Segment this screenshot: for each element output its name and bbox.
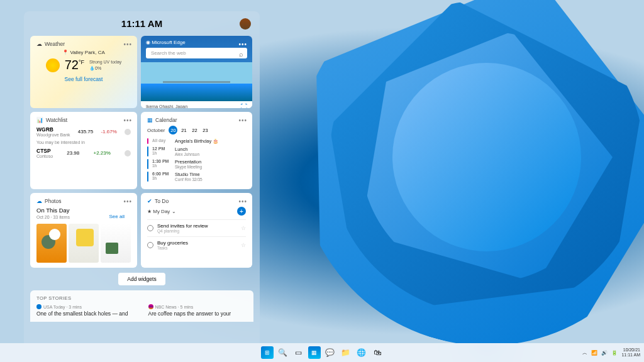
forecast-link[interactable]: See full forecast — [36, 76, 131, 82]
star-icon[interactable]: ☆ — [241, 225, 246, 231]
myday-dropdown[interactable]: ★ My Day ⌄ — [147, 209, 176, 214]
volume-icon[interactable]: 🔊 — [601, 350, 608, 356]
calendar-event[interactable]: 6:00 PM3hStudio TimeConf Rm 32/35 — [147, 172, 246, 182]
more-icon[interactable]: ••• — [238, 198, 247, 205]
star-icon[interactable]: ☆ — [241, 242, 246, 248]
calendar-widget[interactable]: ▦Calendar ••• October 20212223 All dayAn… — [141, 112, 252, 189]
calendar-day[interactable]: 21 — [179, 126, 188, 134]
battery-icon[interactable]: 🔋 — [611, 350, 618, 356]
start-button[interactable]: ⊞ — [261, 346, 274, 359]
todo-icon: ✔ — [147, 198, 152, 204]
stock-row[interactable]: CTSPContoso23.98+2.23% — [36, 148, 131, 158]
watchlist-widget[interactable]: 📊Watchlist ••• WGRBWoodgrove Bank435.75-… — [30, 112, 137, 189]
panel-time: 11:11 AM — [121, 18, 162, 29]
add-task-button[interactable]: + — [237, 207, 246, 216]
more-icon[interactable]: ••• — [238, 117, 247, 124]
temperature: 72°F — [65, 58, 84, 72]
calendar-day[interactable]: 20 — [169, 126, 177, 134]
see-all-link[interactable]: See all — [109, 214, 125, 219]
search-icon[interactable]: 🔍 — [277, 346, 289, 359]
edge-icon: ◉ — [146, 40, 150, 45]
expand-icon[interactable]: ⛶ — [241, 103, 247, 108]
chart-icon: 📊 — [36, 117, 43, 123]
stock-row[interactable]: WGRBWoodgrove Bank435.75-1.67% — [36, 126, 131, 137]
calendar-event[interactable]: 1:30 PM1hPresentationSkype Meeting — [147, 159, 246, 169]
calendar-day[interactable]: 22 — [190, 126, 199, 134]
photos-icon: ☁ — [36, 198, 42, 204]
calendar-day[interactable]: 23 — [201, 126, 209, 134]
add-widgets-button[interactable]: Add widgets — [118, 273, 165, 285]
calendar-event[interactable]: 12 PM1hLunchAlex Johnson — [147, 146, 246, 156]
calendar-event[interactable]: All dayAngela's Birthday 🎂 — [147, 138, 246, 144]
taskbar: ⊞ 🔍 ▭ ▦ 💬 📁 🌐 🛍 ︿ 📶 🔊 🔋 10/20/2111:11 AM — [0, 343, 644, 362]
taskbar-clock[interactable]: 10/20/2111:11 AM — [621, 348, 640, 358]
search-input[interactable]: Search the web — [146, 48, 247, 58]
news-section: TOP STORIES USA Today · 3 minsOne of the… — [30, 290, 253, 322]
tray-chevron-icon[interactable]: ︿ — [582, 349, 587, 356]
task-checkbox[interactable] — [147, 225, 153, 231]
weather-location: 📍 Valley Park, CA — [36, 50, 131, 55]
sun-icon — [46, 58, 60, 72]
todo-task[interactable]: Send invites for reviewQ4 planning☆ — [147, 219, 246, 236]
photos-widget[interactable]: ☁Photos ••• On This Day Oct 20 · 33 item… — [30, 193, 137, 268]
taskview-icon[interactable]: ▭ — [292, 346, 305, 359]
weather-widget[interactable]: ☁Weather ••• 📍 Valley Park, CA 72°F Stro… — [30, 36, 137, 108]
more-icon[interactable]: ••• — [123, 198, 132, 205]
edge-image — [141, 62, 252, 101]
todo-widget[interactable]: ✔To Do ••• ★ My Day ⌄ + Send invites for… — [141, 193, 252, 268]
weather-icon: ☁ — [36, 41, 42, 47]
edge-icon[interactable]: 🌐 — [355, 346, 368, 359]
more-icon[interactable]: ••• — [238, 41, 247, 48]
explorer-icon[interactable]: 📁 — [340, 346, 352, 359]
photo-thumb[interactable] — [36, 224, 67, 263]
widgets-icon[interactable]: ▦ — [308, 346, 321, 359]
chat-icon[interactable]: 💬 — [324, 346, 336, 359]
calendar-icon: ▦ — [147, 117, 153, 123]
task-checkbox[interactable] — [147, 242, 153, 248]
photo-thumb[interactable] — [101, 224, 131, 263]
user-avatar[interactable] — [240, 18, 251, 30]
edge-widget[interactable]: ◉ Microsoft Edge ••• Search the web Ikem… — [141, 36, 252, 108]
more-icon[interactable]: ••• — [123, 117, 132, 124]
store-icon[interactable]: 🛍 — [371, 346, 384, 359]
todo-task[interactable]: Buy groceriesTasks☆ — [147, 236, 246, 253]
news-story[interactable]: NBC News · 5 minsAre coffee naps the ans… — [148, 304, 248, 317]
photo-thumb[interactable] — [69, 224, 99, 263]
news-story[interactable]: USA Today · 3 minsOne of the smallest bl… — [36, 304, 136, 317]
more-icon[interactable]: ••• — [123, 41, 132, 48]
widgets-panel: 11:11 AM ☁Weather ••• 📍 Valley Park, CA … — [24, 11, 260, 351]
wifi-icon[interactable]: 📶 — [591, 350, 597, 356]
